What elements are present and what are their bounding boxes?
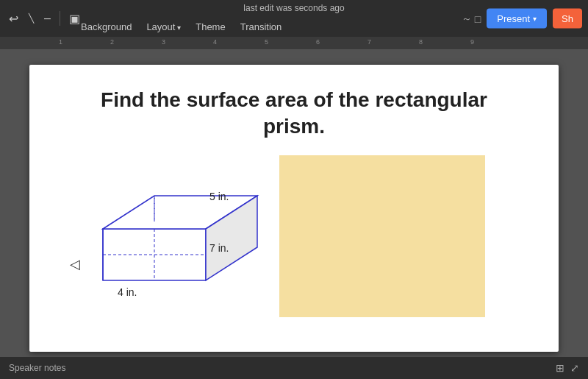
present-button[interactable]: Present ▾ bbox=[487, 9, 547, 29]
present-label: Present bbox=[497, 13, 530, 24]
menu-background[interactable]: Background bbox=[74, 17, 139, 37]
grid-icon[interactable]: ⊞ bbox=[556, 362, 564, 374]
expand-icon[interactable]: ⤢ bbox=[570, 362, 579, 374]
dash-icon: – bbox=[41, 9, 54, 28]
ruler-num-4: 4 bbox=[213, 38, 217, 46]
title-line1: Find the surface area of the rectangular bbox=[101, 88, 487, 111]
slide-content: 5 in. 7 in. 4 in. bbox=[59, 155, 529, 317]
ruler-marks: 1 2 3 4 5 6 7 8 9 bbox=[15, 37, 573, 49]
slide-container: ◁ Find the surface area of the rectangul… bbox=[0, 50, 588, 357]
slash-icon: ╲ bbox=[26, 10, 37, 26]
ruler: 1 2 3 4 5 6 7 8 9 bbox=[0, 37, 588, 50]
save-status-text: last edit was seconds ago bbox=[243, 3, 344, 13]
toolbar-right: ～ □ Present ▾ Sh bbox=[462, 9, 582, 29]
ruler-num-3: 3 bbox=[162, 38, 165, 46]
slide-title: Find the surface area of the rectangular… bbox=[59, 87, 529, 141]
toolbar-menu: Background Layout Theme Transition bbox=[74, 17, 289, 37]
present-arrow-icon: ▾ bbox=[533, 15, 537, 23]
ruler-num-9: 9 bbox=[470, 38, 474, 46]
dimension-7in: 7 in. bbox=[209, 242, 229, 254]
share-label: Sh bbox=[562, 13, 573, 24]
bottom-bar: Speaker notes ⊞ ⤢ bbox=[0, 357, 588, 379]
toolbar-left: ↩ ╲ – ▣ bbox=[6, 9, 83, 29]
speaker-notes-label[interactable]: Speaker notes bbox=[9, 363, 65, 373]
tilde-icon: ～ bbox=[462, 12, 472, 25]
ruler-num-8: 8 bbox=[419, 38, 423, 46]
save-status: last edit was seconds ago bbox=[243, 0, 344, 16]
dimension-5in: 5 in. bbox=[209, 191, 229, 202]
ruler-num-5: 5 bbox=[265, 38, 268, 46]
menu-layout[interactable]: Layout bbox=[139, 17, 188, 37]
window-controls: ～ □ bbox=[462, 12, 481, 25]
toolbar: ↩ ╲ – ▣ last edit was seconds ago Backgr… bbox=[0, 0, 588, 37]
prism-container: 5 in. 7 in. 4 in. bbox=[59, 155, 265, 317]
answer-box[interactable] bbox=[279, 155, 485, 317]
dimension-4in: 4 in. bbox=[118, 286, 137, 298]
minimize-icon[interactable]: □ bbox=[475, 13, 481, 24]
ruler-num-6: 6 bbox=[316, 38, 320, 46]
undo-icon[interactable]: ↩ bbox=[6, 9, 21, 29]
menu-theme[interactable]: Theme bbox=[188, 17, 232, 37]
ruler-num-2: 2 bbox=[110, 38, 114, 46]
ruler-num-7: 7 bbox=[368, 38, 371, 46]
ruler-num-1: 1 bbox=[59, 38, 62, 46]
prism-svg bbox=[59, 155, 265, 317]
title-line2: prism. bbox=[263, 115, 325, 138]
slide[interactable]: ◁ Find the surface area of the rectangul… bbox=[29, 65, 559, 352]
share-button[interactable]: Sh bbox=[553, 9, 582, 29]
bottom-right-controls: ⊞ ⤢ bbox=[556, 362, 579, 374]
menu-transition[interactable]: Transition bbox=[233, 17, 290, 37]
toolbar-divider bbox=[60, 11, 60, 26]
